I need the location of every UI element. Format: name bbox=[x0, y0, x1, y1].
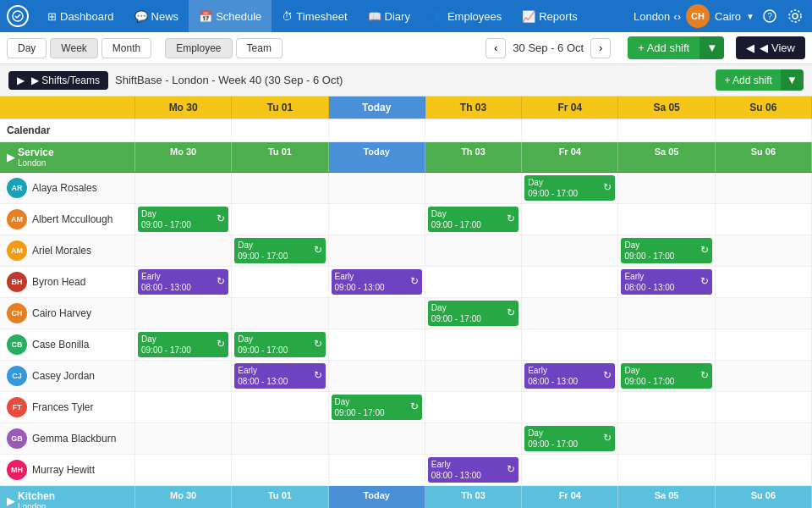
cell-ari-th[interactable] bbox=[425, 235, 522, 266]
group-employee-btn[interactable]: Employee bbox=[165, 38, 232, 58]
shift-block[interactable]: Day09:00 - 17:00 ↻ bbox=[428, 207, 518, 232]
view-toggle-btn[interactable]: ◀ ◀ View bbox=[736, 36, 805, 59]
cell-bh-fr[interactable] bbox=[522, 267, 618, 297]
nav-dashboard[interactable]: ⊞ Dashboard bbox=[37, 0, 124, 32]
toolbar-add-shift-btn[interactable]: + Add shift bbox=[716, 69, 780, 91]
cell-bh-tu[interactable] bbox=[232, 267, 328, 297]
cell-ari-tu[interactable]: Day09:00 - 17:00 ↻ bbox=[232, 235, 328, 266]
nav-schedule[interactable]: 📅 Schedule bbox=[189, 0, 272, 32]
cell-alb-sa[interactable] bbox=[618, 204, 715, 235]
cell-ari-su[interactable] bbox=[716, 235, 812, 266]
cell-alb-su[interactable] bbox=[716, 204, 812, 235]
cell-cb-su[interactable] bbox=[716, 329, 812, 360]
cell-ari-sa[interactable]: Day09:00 - 17:00 ↻ bbox=[618, 235, 715, 266]
cell-cb-th[interactable] bbox=[425, 329, 522, 360]
shift-block[interactable]: Day09:00 - 17:00 ↻ bbox=[138, 332, 228, 357]
cell-ar-wed[interactable] bbox=[329, 173, 425, 203]
cell-ch-fr[interactable] bbox=[522, 298, 618, 329]
view-month-btn[interactable]: Month bbox=[102, 38, 151, 58]
cell-cj-sa[interactable]: Day09:00 - 17:00 ↻ bbox=[618, 361, 715, 391]
shift-block[interactable]: Day09:00 - 17:00 ↻ bbox=[621, 363, 711, 389]
cell-bh-mo[interactable]: Early08:00 - 13:00 ↻ bbox=[135, 267, 232, 297]
cell-gb-th[interactable] bbox=[425, 423, 522, 454]
cell-ch-mo[interactable] bbox=[135, 298, 232, 329]
cell-alb-mo[interactable]: Day09:00 - 17:00 ↻ bbox=[135, 204, 232, 235]
cell-gb-mo[interactable] bbox=[135, 423, 232, 454]
cell-gb-tu[interactable] bbox=[232, 423, 328, 454]
cell-ch-tu[interactable] bbox=[232, 298, 328, 329]
cell-ar-th[interactable] bbox=[425, 173, 522, 203]
cell-ft-tu[interactable] bbox=[232, 392, 328, 422]
cell-mh-fr[interactable] bbox=[522, 455, 618, 485]
shift-block[interactable]: Early08:00 - 13:00 ↻ bbox=[138, 269, 228, 295]
nav-timesheet[interactable]: ⏱ Timesheet bbox=[272, 0, 357, 32]
cell-ft-th[interactable] bbox=[425, 392, 522, 422]
shift-block[interactable]: Early08:00 - 13:00 ↻ bbox=[524, 363, 615, 389]
nav-reports[interactable]: 📈 Reports bbox=[512, 0, 588, 32]
kitchen-title[interactable]: ▶ Kitchen London bbox=[0, 486, 135, 508]
cell-ar-mo[interactable] bbox=[135, 173, 232, 203]
cell-mh-wed[interactable] bbox=[329, 455, 425, 485]
cell-cj-mo[interactable] bbox=[135, 361, 232, 391]
cell-ar-tu[interactable] bbox=[232, 173, 328, 203]
shift-block[interactable]: Day09:00 - 17:00 ↻ bbox=[234, 238, 325, 263]
cell-ft-su[interactable] bbox=[716, 392, 812, 422]
prev-week-btn[interactable]: ‹ bbox=[486, 38, 506, 58]
shift-block[interactable]: Early09:00 - 13:00 ↻ bbox=[332, 269, 422, 295]
logo[interactable] bbox=[7, 5, 29, 27]
cell-ch-wed[interactable] bbox=[329, 298, 425, 329]
cell-bh-su[interactable] bbox=[716, 267, 812, 297]
nav-diary[interactable]: 📖 Diary bbox=[358, 0, 420, 32]
nav-news[interactable]: 💬 News bbox=[124, 0, 189, 32]
cell-cj-su[interactable] bbox=[716, 361, 812, 391]
cell-ari-fr[interactable] bbox=[522, 235, 618, 266]
service-title[interactable]: ▶ Service London bbox=[0, 142, 135, 172]
cell-gb-su[interactable] bbox=[716, 423, 812, 454]
cell-alb-fr[interactable] bbox=[522, 204, 618, 235]
user-avatar[interactable]: CH bbox=[686, 4, 710, 28]
cell-mh-mo[interactable] bbox=[135, 455, 232, 485]
cell-cj-wed[interactable] bbox=[329, 361, 425, 391]
cell-ch-th[interactable]: Day09:00 - 17:00 ↻ bbox=[425, 298, 522, 329]
cell-bh-th[interactable] bbox=[425, 267, 522, 297]
cell-cb-wed[interactable] bbox=[329, 329, 425, 360]
settings-button[interactable] bbox=[785, 6, 805, 26]
cell-alb-wed[interactable] bbox=[329, 204, 425, 235]
cell-ar-fr[interactable]: Day09:00 - 17:00 ↻ bbox=[522, 173, 618, 203]
cell-cb-mo[interactable]: Day09:00 - 17:00 ↻ bbox=[135, 329, 232, 360]
view-day-btn[interactable]: Day bbox=[7, 38, 47, 58]
cell-mh-th[interactable]: Early08:00 - 13:00 ↻ bbox=[425, 455, 522, 485]
cell-alb-th[interactable]: Day09:00 - 17:00 ↻ bbox=[425, 204, 522, 235]
user-dropdown-arrow[interactable]: ▼ bbox=[746, 12, 754, 21]
shift-block[interactable]: Day09:00 - 17:00 ↻ bbox=[621, 238, 711, 263]
shift-block[interactable]: Day09:00 - 17:00 ↻ bbox=[332, 395, 422, 420]
cell-ari-mo[interactable] bbox=[135, 235, 232, 266]
help-button[interactable]: ? bbox=[760, 6, 780, 26]
cell-ft-mo[interactable] bbox=[135, 392, 232, 422]
shift-block[interactable]: Early08:00 - 13:00 ↻ bbox=[234, 363, 325, 389]
group-team-btn[interactable]: Team bbox=[236, 38, 283, 58]
cell-alb-tu[interactable] bbox=[232, 204, 328, 235]
cell-gb-fr[interactable]: Day09:00 - 17:00 ↻ bbox=[522, 423, 618, 454]
shift-block[interactable]: Early08:00 - 13:00 ↻ bbox=[621, 269, 711, 295]
shifts-teams-tab[interactable]: ▶ ▶ Shifts/Teams bbox=[8, 71, 108, 90]
nav-employees[interactable]: 👤 Employees bbox=[420, 0, 512, 32]
next-week-btn[interactable]: › bbox=[590, 38, 611, 58]
shift-block[interactable]: Day09:00 - 17:00 ↻ bbox=[428, 301, 518, 326]
cell-ar-sa[interactable] bbox=[618, 173, 715, 203]
cell-ft-fr[interactable] bbox=[522, 392, 618, 422]
shift-block[interactable]: Day09:00 - 17:00 ↻ bbox=[138, 207, 228, 232]
location-selector[interactable]: London ‹› bbox=[634, 10, 681, 23]
add-shift-btn[interactable]: + Add shift bbox=[628, 36, 700, 59]
toolbar-add-shift-dropdown[interactable]: ▼ bbox=[781, 69, 804, 91]
cell-ch-su[interactable] bbox=[716, 298, 812, 329]
view-week-btn[interactable]: Week bbox=[50, 38, 97, 58]
cell-ft-sa[interactable] bbox=[618, 392, 715, 422]
shift-block[interactable]: Day09:00 - 17:00 ↻ bbox=[234, 332, 325, 357]
cell-mh-tu[interactable] bbox=[232, 455, 328, 485]
cell-cb-sa[interactable] bbox=[618, 329, 715, 360]
shift-block[interactable]: Early08:00 - 13:00 ↻ bbox=[428, 457, 518, 483]
cell-gb-wed[interactable] bbox=[329, 423, 425, 454]
cell-ar-su[interactable] bbox=[716, 173, 812, 203]
cell-ari-wed[interactable] bbox=[329, 235, 425, 266]
